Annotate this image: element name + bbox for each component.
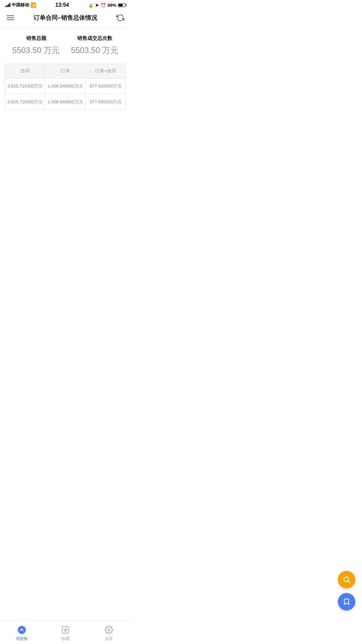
alarm-icon: ⏰ xyxy=(101,3,106,8)
nav-label-favorites: 收藏 xyxy=(61,636,69,642)
battery-percent: 69% xyxy=(108,3,116,8)
bottom-nav: 驾驶舱 收藏 设置 xyxy=(0,621,131,644)
nav-item-favorites[interactable]: 收藏 xyxy=(44,623,87,642)
summary-value-total-sales: 5503.50 万元 xyxy=(12,45,60,56)
summary-section: 销售总额 5503.50 万元 销售成交总次数 5503.50 万元 xyxy=(0,27,131,62)
status-bar: 中国移动 📶 13:54 🔒 ➤ ⏰ 69% xyxy=(0,0,131,9)
table-header-combined: 订单+合同 xyxy=(86,64,126,78)
nav-label-settings: 设置 xyxy=(105,636,113,642)
page-title: 订单合同–销售总体情况 xyxy=(15,14,115,22)
table-cell-r2c2: 1,008.948900万元 xyxy=(45,94,85,110)
status-right: 🔒 ➤ ⏰ 69% xyxy=(88,3,125,8)
summary-item-total-count: 销售成交总次数 5503.50 万元 xyxy=(65,35,124,56)
nav-label-dashboard: 驾驶舱 xyxy=(16,636,28,642)
table-cell-r2c3: 677.830000万元 xyxy=(86,94,126,110)
table-row: 3,826.719300万元 1,008.948900万元 677.830000… xyxy=(5,78,126,94)
table-header-contract: 合同 xyxy=(5,64,45,78)
nav-item-settings[interactable]: 设置 xyxy=(87,623,131,642)
table-cell-r2c1: 3,826.719300万元 xyxy=(5,94,45,110)
signal-bars-icon xyxy=(5,3,10,7)
nav-item-dashboard[interactable]: 驾驶舱 xyxy=(0,623,44,642)
carrier-label: 中国移动 xyxy=(12,2,29,8)
table-cell-r1c3: 677.830000万元 xyxy=(86,78,126,94)
refresh-button[interactable] xyxy=(115,13,125,23)
data-table: 合同 订单 订单+合同 3,826.719300万元 1,008.948900万… xyxy=(5,64,126,110)
status-time: 13:54 xyxy=(55,2,69,8)
wifi-icon: 📶 xyxy=(31,2,36,8)
table-header-order: 订单 xyxy=(45,64,85,78)
summary-item-total-sales: 销售总额 5503.50 万元 xyxy=(7,35,65,56)
table-row: 3,826.719300万元 1,008.948900万元 677.830000… xyxy=(5,94,126,110)
menu-button[interactable] xyxy=(5,14,15,21)
table-header-row: 合同 订单 订单+合同 xyxy=(5,64,126,78)
svg-point-4 xyxy=(108,629,110,631)
summary-label-total-sales: 销售总额 xyxy=(26,35,46,42)
battery-icon xyxy=(118,3,125,7)
status-left: 中国移动 📶 xyxy=(5,2,36,8)
favorites-icon xyxy=(61,625,70,635)
dashboard-icon xyxy=(17,625,26,635)
table-cell-r1c2: 1,008.948900万元 xyxy=(45,78,85,94)
table-cell-r1c1: 3,826.719300万元 xyxy=(5,78,45,94)
summary-label-total-count: 销售成交总次数 xyxy=(77,35,112,42)
header: 订单合同–销售总体情况 xyxy=(0,9,131,27)
location-icon: 🔒 xyxy=(88,3,94,8)
settings-icon xyxy=(104,625,114,635)
summary-value-total-count: 5503.50 万元 xyxy=(71,45,118,56)
gps-icon: ➤ xyxy=(95,3,99,8)
